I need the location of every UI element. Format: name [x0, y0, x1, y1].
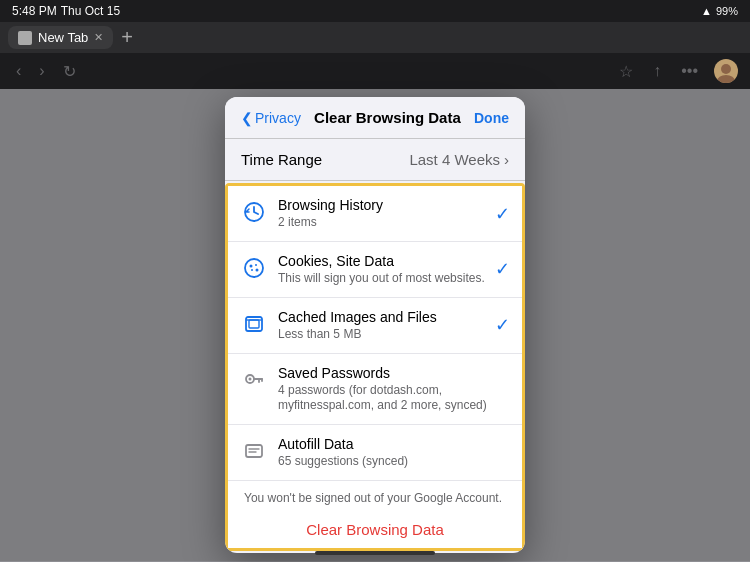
browser-chrome: 5:48 PM Thu Oct 15 ▲ 99% New Tab ✕ + ‹ ›…: [0, 0, 750, 89]
cached-images-item[interactable]: Cached Images and Files Less than 5 MB ✓: [228, 298, 522, 354]
status-left: 5:48 PM Thu Oct 15: [12, 4, 120, 18]
svg-point-6: [256, 269, 259, 272]
time-range-selected: Last 4 Weeks: [409, 151, 500, 168]
items-list: Browsing History 2 items ✓: [225, 183, 525, 551]
back-button[interactable]: ‹: [12, 60, 25, 82]
home-indicator: [315, 551, 435, 555]
battery-display: 99%: [716, 5, 738, 17]
more-button[interactable]: •••: [677, 60, 702, 82]
svg-point-3: [245, 259, 263, 277]
done-button[interactable]: Done: [474, 110, 509, 126]
clear-browsing-data-modal: ❮ Privacy Clear Browsing Data Done Time …: [225, 97, 525, 553]
footer-note: You won't be signed out of your Google A…: [228, 481, 522, 511]
cookies-icon: [240, 254, 268, 282]
modal-title: Clear Browsing Data: [314, 109, 461, 126]
svg-point-7: [251, 269, 253, 271]
svg-point-5: [255, 264, 257, 266]
chevron-left-icon: ❮: [241, 110, 253, 126]
time-display: 5:48 PM: [12, 4, 57, 18]
saved-passwords-title: Saved Passwords: [278, 364, 510, 382]
share-button[interactable]: ↑: [649, 60, 665, 82]
tab-favicon: [18, 31, 32, 45]
modal-header: ❮ Privacy Clear Browsing Data Done: [225, 97, 525, 139]
autofill-icon: [240, 437, 268, 465]
autofill-data-item[interactable]: Autofill Data 65 suggestions (synced): [228, 425, 522, 481]
cookies-content: Cookies, Site Data This will sign you ou…: [278, 252, 487, 287]
time-range-label: Time Range: [241, 151, 322, 168]
browsing-history-content: Browsing History 2 items: [278, 196, 487, 231]
svg-rect-16: [246, 445, 262, 457]
svg-rect-9: [249, 320, 259, 328]
autofill-subtitle: 65 suggestions (synced): [278, 454, 510, 470]
cached-subtitle: Less than 5 MB: [278, 327, 487, 343]
date-display: Thu Oct 15: [61, 4, 120, 18]
cache-icon: [240, 310, 268, 338]
cookies-title: Cookies, Site Data: [278, 252, 487, 270]
back-label: Privacy: [255, 110, 301, 126]
forward-button[interactable]: ›: [35, 60, 48, 82]
toolbar-right: ☆ ↑ •••: [615, 59, 738, 83]
autofill-content: Autofill Data 65 suggestions (synced): [278, 435, 510, 470]
saved-passwords-item[interactable]: Saved Passwords 4 passwords (for dotdash…: [228, 354, 522, 425]
svg-point-12: [249, 377, 252, 380]
status-bar: 5:48 PM Thu Oct 15 ▲ 99%: [0, 0, 750, 22]
cookies-site-data-item[interactable]: Cookies, Site Data This will sign you ou…: [228, 242, 522, 298]
modal-overlay: ❮ Privacy Clear Browsing Data Done Time …: [0, 89, 750, 561]
saved-passwords-subtitle: 4 passwords (for dotdash.com, myfitnessp…: [278, 383, 510, 414]
back-to-privacy-button[interactable]: ❮ Privacy: [241, 110, 301, 126]
saved-passwords-content: Saved Passwords 4 passwords (for dotdash…: [278, 364, 510, 414]
cookies-checkmark: ✓: [495, 258, 510, 280]
browsing-history-title: Browsing History: [278, 196, 487, 214]
toolbar: ‹ › ↻ ☆ ↑ •••: [0, 53, 750, 89]
tab-item[interactable]: New Tab ✕: [8, 26, 113, 49]
history-icon: [240, 198, 268, 226]
autofill-title: Autofill Data: [278, 435, 510, 453]
clear-browsing-data-button[interactable]: Clear Browsing Data: [228, 511, 522, 548]
svg-point-4: [250, 265, 253, 268]
cookies-subtitle: This will sign you out of most websites.: [278, 271, 487, 287]
time-range-row[interactable]: Time Range Last 4 Weeks ›: [225, 139, 525, 181]
cached-checkmark: ✓: [495, 314, 510, 336]
svg-point-0: [721, 64, 731, 74]
cached-content: Cached Images and Files Less than 5 MB: [278, 308, 487, 343]
password-icon: [240, 366, 268, 394]
status-right: ▲ 99%: [701, 5, 738, 17]
wifi-icon: ▲: [701, 5, 712, 17]
favorite-button[interactable]: ☆: [615, 60, 637, 83]
svg-point-1: [717, 75, 735, 83]
browsing-history-item[interactable]: Browsing History 2 items ✓: [228, 186, 522, 242]
tab-bar: New Tab ✕ +: [0, 22, 750, 53]
tab-label: New Tab: [38, 30, 88, 45]
chevron-right-icon: ›: [504, 151, 509, 168]
new-tab-button[interactable]: +: [117, 26, 137, 49]
tab-close-button[interactable]: ✕: [94, 31, 103, 44]
avatar[interactable]: [714, 59, 738, 83]
time-range-value[interactable]: Last 4 Weeks ›: [409, 151, 509, 168]
cached-title: Cached Images and Files: [278, 308, 487, 326]
reload-button[interactable]: ↻: [59, 60, 80, 83]
browsing-history-checkmark: ✓: [495, 203, 510, 225]
page-background: ❮ Privacy Clear Browsing Data Done Time …: [0, 89, 750, 561]
browsing-history-subtitle: 2 items: [278, 215, 487, 231]
